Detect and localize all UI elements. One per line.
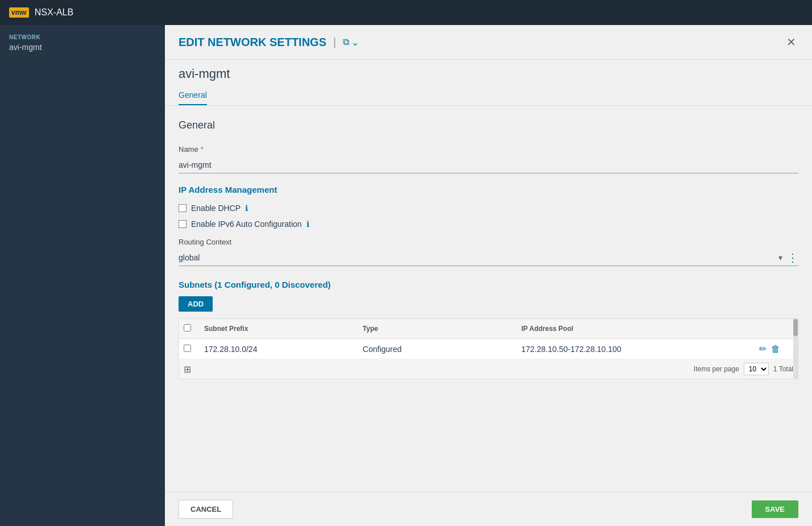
routing-select-row: global ▾ ⋮ (179, 250, 798, 266)
bottom-bar: CANCEL SAVE (165, 492, 812, 526)
cell-subnet-prefix: 172.28.10.0/24 (204, 345, 363, 354)
ip-address-management-label: IP Address Management (179, 185, 798, 194)
copy-icon[interactable]: ⧉ (343, 37, 349, 47)
routing-context-section: Routing Context global ▾ ⋮ (179, 238, 798, 266)
tabs-bar: General (165, 86, 812, 106)
table-row: 172.28.10.0/24 Configured 172.28.10.50-1… (179, 339, 798, 359)
name-field-group: Name * (179, 145, 798, 173)
cancel-button[interactable]: CANCEL (179, 500, 233, 519)
header-subnet-prefix: Subnet Prefix (204, 325, 363, 333)
delete-row-icon[interactable]: 🗑 (771, 344, 780, 354)
edit-row-icon[interactable]: ✏ (759, 343, 767, 354)
name-input[interactable] (179, 157, 798, 173)
enable-ipv6-checkbox[interactable] (179, 220, 187, 228)
enable-ipv6-row: Enable IPv6 Auto Configuration ℹ (179, 219, 798, 229)
vmw-logo: vmw (9, 7, 29, 18)
routing-context-label: Routing Context (179, 238, 798, 246)
total-count: 1 Total (773, 365, 793, 373)
required-indicator: * (201, 145, 204, 154)
add-subnet-button[interactable]: ADD (179, 296, 213, 312)
cell-type: Configured (363, 345, 521, 354)
header-ip-pool: IP Address Pool (521, 325, 759, 333)
modal-header-icons: ⧉ ⌄ (343, 37, 359, 48)
header-type: Type (363, 325, 521, 333)
row-checkbox[interactable] (184, 345, 191, 352)
modal-header-left: EDIT NETWORK SETTINGS | ⧉ ⌄ (179, 36, 359, 49)
enable-dhcp-row: Enable DHCP ℹ (179, 204, 798, 213)
row-check-col (184, 344, 204, 354)
enable-dhcp-checkbox[interactable] (179, 204, 187, 212)
app-title: NSX-ALB (35, 7, 73, 18)
sidebar-label: NETWORK (9, 34, 156, 40)
chevron-down-icon[interactable]: ⌄ (351, 37, 359, 48)
save-button[interactable]: SAVE (752, 500, 798, 518)
routing-more-icon[interactable]: ⋮ (785, 251, 798, 264)
main-layout: NETWORK avi-mgmt EDIT NETWORK SETTINGS |… (0, 25, 812, 526)
dhcp-info-icon[interactable]: ℹ (245, 204, 248, 213)
network-name: avi-mgmt (179, 67, 798, 81)
subnets-section: Subnets (1 Configured, 0 Discovered) ADD… (179, 280, 798, 379)
items-per-page-select[interactable]: 10 25 50 (744, 363, 769, 375)
select-all-checkbox[interactable] (184, 324, 191, 332)
modal-title: EDIT NETWORK SETTINGS (179, 36, 326, 49)
table-footer: ⊞ Items per page 10 25 50 1 Total (179, 359, 798, 379)
table-header: Subnet Prefix Type IP Address Pool (179, 319, 798, 339)
network-name-bar: avi-mgmt (165, 60, 812, 81)
modal-divider: | (333, 36, 336, 49)
modal-panel: EDIT NETWORK SETTINGS | ⧉ ⌄ ✕ avi-mgmt G… (165, 25, 812, 526)
topbar: vmw NSX-ALB (0, 0, 812, 25)
name-label: Name * (179, 145, 798, 154)
header-check-col (184, 324, 204, 334)
sidebar: NETWORK avi-mgmt (0, 25, 165, 526)
table-scrollbar-thumb (793, 319, 798, 336)
cell-ip-pool: 172.28.10.50-172.28.10.100 (521, 345, 759, 354)
enable-ipv6-label: Enable IPv6 Auto Configuration (191, 219, 302, 229)
routing-context-select[interactable]: global (179, 250, 778, 266)
subnets-title: Subnets (1 Configured, 0 Discovered) (179, 280, 798, 289)
form-content: General Name * IP Address Management Ena… (165, 106, 812, 492)
close-button[interactable]: ✕ (784, 34, 798, 50)
cell-actions: ✏ 🗑 (759, 343, 793, 354)
items-per-page-label: Items per page (694, 365, 739, 373)
general-section-title: General (179, 119, 798, 131)
enable-dhcp-label: Enable DHCP (191, 204, 241, 213)
tab-general[interactable]: General (179, 86, 207, 105)
table-scrollbar[interactable] (793, 319, 798, 379)
sidebar-value: avi-mgmt (9, 43, 156, 52)
modal-header: EDIT NETWORK SETTINGS | ⧉ ⌄ ✕ (165, 25, 812, 60)
routing-chevron-icon: ▾ (778, 253, 782, 262)
table-left-icon: ⊞ (184, 364, 191, 375)
ipv6-info-icon[interactable]: ℹ (306, 219, 309, 229)
subnets-table: Subnet Prefix Type IP Address Pool 172.2… (179, 318, 798, 379)
